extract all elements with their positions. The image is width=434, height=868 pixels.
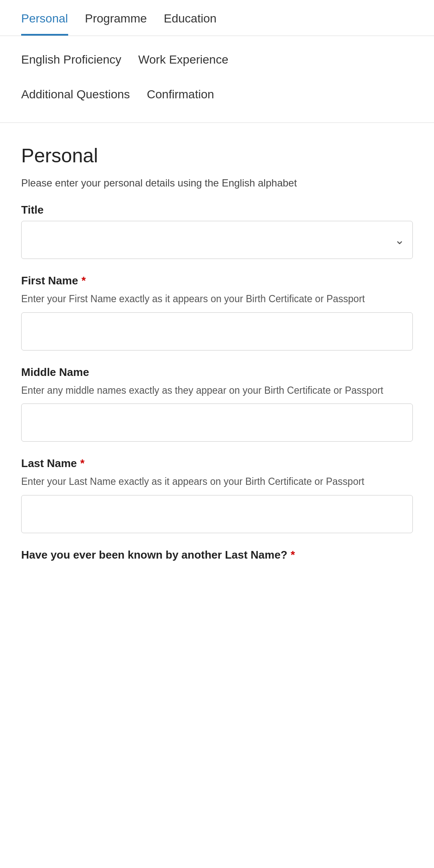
page-title: Personal (21, 144, 413, 167)
tab-additional-questions[interactable]: Additional Questions (21, 79, 147, 110)
page-description: Please enter your personal details using… (21, 175, 413, 191)
another-last-name-label: Have you ever been known by another Last… (21, 548, 413, 562)
title-select-wrapper: Mr Mrs Ms Miss Dr Prof ⌄ (21, 221, 413, 259)
last-name-input[interactable] (21, 495, 413, 533)
middle-name-input[interactable] (21, 403, 413, 442)
field-group-last-name: Last Name * Enter your Last Name exactly… (21, 457, 413, 533)
last-name-hint: Enter your Last Name exactly as it appea… (21, 474, 413, 489)
tab-english-proficiency-label: English Proficiency (21, 53, 122, 66)
tab-programme[interactable]: Programme (85, 0, 160, 36)
first-name-required-star: * (81, 274, 86, 287)
tab-container-row1: Personal Programme Education (0, 0, 434, 36)
tabs-row-1: Personal Programme Education (21, 0, 413, 36)
title-label: Title (21, 203, 413, 217)
tab-education-label: Education (164, 12, 217, 25)
first-name-label: First Name * (21, 274, 413, 287)
field-group-first-name: First Name * Enter your First Name exact… (21, 274, 413, 351)
another-last-name-required-star: * (291, 548, 295, 562)
last-name-required-star: * (80, 457, 85, 470)
tab-confirmation-label: Confirmation (147, 88, 214, 101)
tab-education[interactable]: Education (164, 0, 229, 36)
first-name-input[interactable] (21, 312, 413, 351)
tab-personal-label: Personal (21, 12, 68, 25)
field-group-title: Title Mr Mrs Ms Miss Dr Prof ⌄ (21, 203, 413, 259)
tab-work-experience-label: Work Experience (138, 53, 229, 66)
tab-personal[interactable]: Personal (21, 0, 81, 36)
tabs-row-2-container: English Proficiency Work Experience (0, 36, 434, 75)
tab-programme-label: Programme (85, 12, 147, 25)
tab-work-experience[interactable]: Work Experience (138, 45, 246, 75)
field-group-another-last-name: Have you ever been known by another Last… (21, 548, 413, 562)
tab-confirmation[interactable]: Confirmation (147, 79, 231, 110)
first-name-hint: Enter your First Name exactly as it appe… (21, 292, 413, 306)
tab-english-proficiency[interactable]: English Proficiency (21, 45, 138, 75)
form-content: Personal Please enter your personal deta… (0, 123, 434, 598)
title-select[interactable]: Mr Mrs Ms Miss Dr Prof (21, 221, 413, 259)
tabs-row-3-container: Additional Questions Confirmation (0, 75, 434, 123)
tab-additional-questions-label: Additional Questions (21, 88, 130, 101)
field-group-middle-name: Middle Name Enter any middle names exact… (21, 366, 413, 442)
middle-name-label: Middle Name (21, 366, 413, 379)
last-name-label: Last Name * (21, 457, 413, 470)
middle-name-hint: Enter any middle names exactly as they a… (21, 383, 413, 398)
